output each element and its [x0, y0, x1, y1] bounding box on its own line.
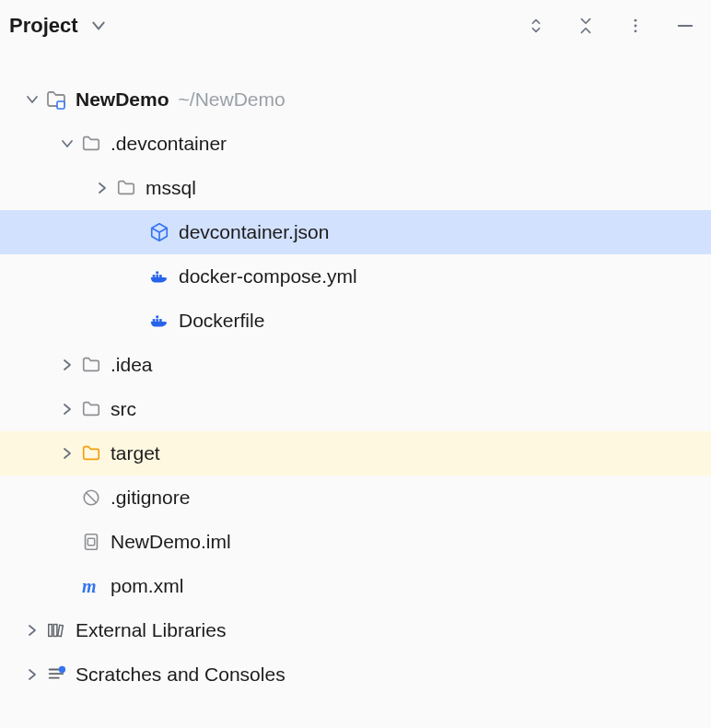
folder-icon [79, 132, 103, 156]
collapse-all-icon [576, 16, 596, 36]
dots-vertical-icon [626, 17, 645, 35]
tree-node-devcontainer[interactable]: .devcontainer [0, 122, 711, 166]
tree-node-label: Scratches and Consoles [76, 663, 286, 686]
prohibit-icon [79, 486, 103, 510]
scratches-icon [44, 663, 68, 687]
tree-node-label: src [111, 398, 136, 420]
tree-node-label: .gitignore [111, 487, 190, 509]
tree-node-label: Dockerfile [179, 310, 264, 332]
chevron-down-icon[interactable] [55, 132, 79, 156]
folder-icon [79, 397, 103, 421]
panel-title: Project [9, 14, 78, 38]
collapse-all-button[interactable] [573, 13, 599, 39]
tree-node-mssql[interactable]: mssql [0, 166, 711, 210]
docker-icon [147, 264, 171, 288]
library-icon [44, 618, 68, 642]
chevron-right-icon[interactable] [55, 397, 79, 421]
cube-icon [147, 220, 171, 244]
view-mode-dropdown[interactable] [86, 13, 111, 39]
minimize-icon [675, 16, 695, 36]
tree-node-root[interactable]: NewDemo ~/NewDemo [0, 77, 711, 122]
tree-node-label: External Libraries [76, 619, 226, 641]
tree-node-label: NewDemo.iml [111, 531, 231, 553]
tree-node-label: devcontainer.json [179, 221, 329, 243]
tree-node-devcontainer-json[interactable]: devcontainer.json [0, 210, 711, 254]
docker-icon [147, 309, 171, 333]
tree-node-pom[interactable]: pom.xml [0, 564, 711, 608]
tree-node-label: .devcontainer [111, 133, 227, 155]
chevron-right-icon[interactable] [20, 663, 44, 687]
tree-node-scratches[interactable]: Scratches and Consoles [0, 652, 711, 697]
tree-node-label: mssql [146, 177, 196, 199]
chevron-right-icon[interactable] [55, 353, 79, 377]
tree-node-dockerfile[interactable]: Dockerfile [0, 299, 711, 343]
panel-header: Project [0, 0, 711, 52]
tree-node-label: NewDemo [76, 88, 169, 111]
project-tool-window: Project NewDemo ~/NewD [0, 0, 711, 728]
tree-node-iml[interactable]: NewDemo.iml [0, 520, 711, 564]
tree-node-gitignore[interactable]: .gitignore [0, 476, 711, 520]
file-icon [79, 530, 103, 554]
tree-node-target[interactable]: target [0, 431, 711, 476]
tree-node-label: target [111, 442, 160, 464]
tree-node-idea[interactable]: .idea [0, 343, 711, 387]
folder-icon [114, 176, 138, 200]
chevron-right-icon[interactable] [90, 176, 114, 200]
panel-actions [523, 13, 698, 39]
tree-node-external-libraries[interactable]: External Libraries [0, 608, 711, 652]
select-opened-file-button[interactable] [523, 13, 549, 39]
project-folder-icon [44, 88, 68, 112]
hide-panel-button[interactable] [672, 13, 698, 39]
folder-icon [79, 353, 103, 377]
expand-sort-icon [526, 16, 546, 36]
tree-node-path-hint: ~/NewDemo [179, 88, 286, 111]
tree-node-label: docker-compose.yml [179, 265, 357, 288]
chevron-down-icon [90, 18, 107, 34]
chevron-down-icon[interactable] [20, 88, 44, 112]
chevron-right-icon[interactable] [55, 441, 79, 465]
project-tree[interactable]: NewDemo ~/NewDemo .devcontainer mssql de… [0, 52, 711, 728]
chevron-right-icon[interactable] [20, 618, 44, 642]
tree-node-docker-compose[interactable]: docker-compose.yml [0, 254, 711, 299]
tree-node-label: .idea [111, 354, 153, 376]
folder-icon [79, 441, 103, 465]
tree-node-label: pom.xml [111, 575, 183, 597]
panel-options-button[interactable] [623, 13, 648, 39]
tree-node-src[interactable]: src [0, 387, 711, 431]
maven-icon [79, 574, 103, 598]
